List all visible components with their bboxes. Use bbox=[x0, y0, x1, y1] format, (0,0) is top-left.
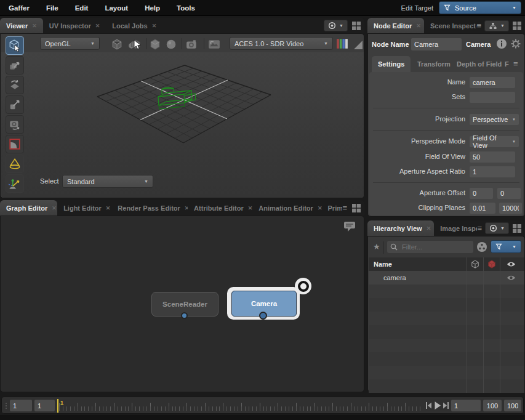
node-name-input[interactable] bbox=[411, 38, 462, 50]
range-end-input[interactable] bbox=[504, 400, 521, 411]
filter-input[interactable] bbox=[401, 243, 465, 251]
viewer-focus-menu-button[interactable]: ▼ bbox=[324, 20, 348, 31]
hierarchy-row-camera[interactable]: camera bbox=[369, 271, 524, 285]
section-tab-menu-icon[interactable]: ≡ bbox=[513, 60, 518, 68]
close-icon[interactable]: ✕ bbox=[95, 23, 100, 29]
layout-grid-icon[interactable] bbox=[512, 224, 522, 233]
channels-button[interactable] bbox=[335, 37, 349, 50]
tab-menu-icon[interactable]: ≡ bbox=[477, 224, 482, 232]
selection-tool-button[interactable] bbox=[6, 36, 24, 55]
crop-window-tool-button[interactable] bbox=[6, 135, 24, 153]
exposure-button[interactable] bbox=[351, 38, 365, 52]
aperture-offset-y-input[interactable] bbox=[497, 188, 521, 199]
display-transform-dropdown[interactable]: ACES 1.0 - SDR Video ▼ bbox=[230, 37, 333, 50]
hierarchy-focus-menu-button[interactable]: ▼ bbox=[485, 222, 509, 234]
clipping-far-input[interactable] bbox=[499, 203, 522, 214]
close-icon[interactable]: ✕ bbox=[427, 225, 431, 232]
skip-to-start-button[interactable] bbox=[425, 402, 432, 410]
frame-ruler[interactable] bbox=[59, 401, 423, 412]
menu-edit[interactable]: Edit bbox=[75, 4, 89, 12]
projection-dropdown[interactable]: Perspective ▼ bbox=[470, 114, 519, 125]
soft-start-input[interactable] bbox=[34, 400, 55, 411]
perspective-mode-dropdown[interactable]: Field Of View ▼ bbox=[470, 136, 519, 147]
menu-file[interactable]: File bbox=[46, 4, 58, 12]
tab-render-pass-editor[interactable]: Render Pass Editor ✕ bbox=[111, 200, 188, 216]
tab-depth-of-field[interactable]: Depth of Field bbox=[451, 56, 508, 72]
tab-menu-icon[interactable]: ≡ bbox=[342, 204, 347, 212]
focus-indicator[interactable] bbox=[295, 278, 311, 294]
info-icon[interactable] bbox=[496, 38, 507, 49]
playhead[interactable] bbox=[57, 399, 58, 413]
node-set-menu-button[interactable]: ▼ bbox=[484, 20, 509, 31]
soft-end-input[interactable] bbox=[483, 400, 502, 411]
viewport-3d[interactable] bbox=[1, 52, 364, 198]
tab-transform[interactable]: Transform bbox=[411, 56, 457, 72]
close-icon[interactable]: ✕ bbox=[52, 205, 57, 211]
node-camera-output-port[interactable] bbox=[259, 312, 267, 320]
range-start-input[interactable] bbox=[10, 400, 32, 411]
render-controls-button[interactable] bbox=[207, 38, 221, 51]
annotation-bubble-icon[interactable] bbox=[343, 220, 356, 233]
sets-input[interactable] bbox=[470, 92, 515, 103]
solid-cube-button[interactable] bbox=[148, 38, 162, 51]
shading-wireframe-button[interactable] bbox=[110, 38, 124, 51]
tab-viewer[interactable]: Viewer ✕ bbox=[0, 18, 43, 33]
rotate-tool-button[interactable] bbox=[6, 76, 24, 94]
tab-graph-editor[interactable]: Graph Editor ✕ bbox=[0, 200, 57, 216]
tab-uv-inspector[interactable]: UV Inspector ✕ bbox=[43, 18, 106, 33]
menu-help[interactable]: Help bbox=[145, 4, 160, 12]
skip-to-end-button[interactable] bbox=[443, 402, 449, 410]
tab-menu-icon[interactable]: ≡ bbox=[476, 22, 481, 30]
layout-grid-icon[interactable] bbox=[351, 21, 361, 31]
name-column-header[interactable]: Name bbox=[374, 260, 392, 268]
close-icon[interactable]: ✕ bbox=[32, 23, 37, 29]
tab-light-editor[interactable]: Light Editor ✕ bbox=[57, 200, 111, 216]
menu-layout[interactable]: Layout bbox=[105, 4, 128, 12]
shaded-sphere-button[interactable] bbox=[164, 38, 178, 51]
name-input[interactable] bbox=[470, 77, 515, 88]
look-through-camera-button[interactable] bbox=[185, 38, 199, 51]
current-frame-input[interactable] bbox=[451, 400, 481, 411]
light-tool-button[interactable] bbox=[6, 155, 24, 173]
tab-local-jobs[interactable]: Local Jobs ✕ bbox=[106, 18, 162, 33]
renderer-dropdown[interactable]: OpenGL ▼ bbox=[40, 37, 100, 50]
select-dropdown[interactable]: Standard ▼ bbox=[62, 175, 153, 188]
close-icon[interactable]: ✕ bbox=[248, 205, 252, 211]
fov-input[interactable] bbox=[470, 151, 515, 163]
layout-grid-icon[interactable] bbox=[351, 203, 361, 213]
close-icon[interactable]: ✕ bbox=[318, 205, 322, 211]
camera-tool-button[interactable] bbox=[6, 115, 24, 134]
exclusions-column-icon[interactable] bbox=[487, 260, 496, 269]
close-icon[interactable]: ✕ bbox=[416, 23, 421, 29]
tab-node-editor[interactable]: Node Editor ✕ bbox=[367, 18, 424, 33]
node-scenereader-output-port[interactable] bbox=[181, 312, 188, 319]
tab-render-truncated[interactable]: F bbox=[503, 56, 510, 72]
set-membership-icon[interactable] bbox=[476, 241, 487, 252]
clipping-near-input[interactable] bbox=[470, 203, 495, 214]
aspect-ratio-input[interactable] bbox=[470, 166, 515, 177]
aperture-offset-x-input[interactable] bbox=[470, 188, 493, 199]
close-icon[interactable]: ✕ bbox=[106, 205, 111, 211]
translate-tool-button[interactable] bbox=[6, 56, 24, 75]
star-icon[interactable]: ★ bbox=[373, 242, 380, 251]
timeline-grip[interactable] bbox=[6, 402, 7, 410]
tab-settings[interactable]: Settings bbox=[372, 56, 411, 72]
tab-scene-inspector[interactable]: Scene Inspecto bbox=[424, 18, 477, 33]
menu-tools[interactable]: Tools bbox=[177, 4, 195, 12]
tab-primitive-inspector[interactable]: Prim bbox=[322, 200, 343, 216]
close-icon[interactable]: ✕ bbox=[152, 23, 157, 29]
hierarchy-filter-dropdown[interactable]: ▼ bbox=[491, 240, 521, 253]
visibility-column-icon[interactable] bbox=[507, 260, 516, 268]
tab-image-inspector[interactable]: Image Inspe bbox=[434, 220, 477, 236]
play-button[interactable] bbox=[434, 401, 441, 410]
inclusions-column-icon[interactable] bbox=[471, 260, 479, 269]
gear-icon[interactable] bbox=[510, 38, 521, 49]
menu-gaffer[interactable]: Gaffer bbox=[9, 4, 30, 12]
visibility-eye-icon[interactable] bbox=[507, 274, 516, 281]
layout-grid-icon[interactable] bbox=[512, 21, 522, 31]
tab-hierarchy-view[interactable]: Hierarchy View ✕ bbox=[367, 220, 434, 236]
light-position-tool-button[interactable] bbox=[6, 174, 24, 193]
tab-animation-editor[interactable]: Animation Editor ✕ bbox=[252, 200, 321, 216]
scale-tool-button[interactable] bbox=[6, 95, 24, 114]
edit-target-dropdown[interactable]: Source ▼ bbox=[439, 1, 521, 14]
